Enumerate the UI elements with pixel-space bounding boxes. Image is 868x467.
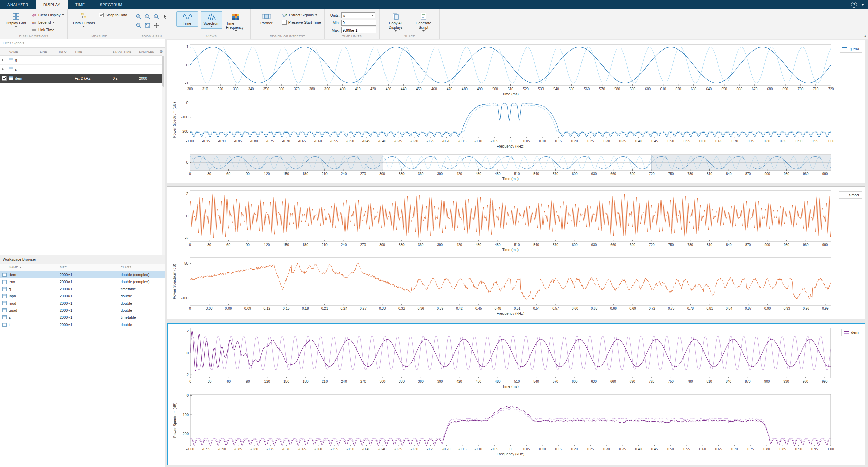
max-time-input[interactable] — [341, 27, 376, 33]
zoom-in-button[interactable] — [135, 13, 143, 21]
display2-spectrum-plot[interactable]: 00.030.060.090.120.150.180.210.240.270.3… — [167, 255, 865, 318]
p1_time-chart: 3003103203303403503603703803904004104204… — [167, 42, 865, 99]
svg-text:710: 710 — [813, 87, 819, 91]
data-cursors-button[interactable]: Data Cursors — [71, 11, 96, 27]
ribbon: Display Grid Clear Display Legend Link T… — [0, 9, 868, 39]
svg-text:2: 2 — [186, 329, 189, 333]
fit-to-view-button[interactable] — [143, 21, 152, 30]
panner-button[interactable]: Panner — [254, 11, 279, 25]
link-time-button[interactable]: Link Time — [31, 27, 64, 33]
svg-text:960: 960 — [803, 380, 808, 383]
col-start-time[interactable]: START TIME — [113, 50, 139, 53]
workspace-row-quad[interactable]: quad2000×1double — [0, 307, 165, 314]
filter-signals-input[interactable]: Filter Signals — [0, 39, 165, 48]
svg-text:450: 450 — [476, 172, 481, 176]
zoom-out-button[interactable] — [135, 21, 143, 30]
clear-display-button[interactable]: Clear Display — [31, 12, 64, 18]
expander-icon[interactable] — [2, 68, 4, 71]
generate-script-button[interactable]: Generate Script — [411, 11, 436, 32]
display3-time-plot[interactable]: 0306090120150180210240270300330360390420… — [168, 325, 865, 391]
min-time-input[interactable] — [341, 20, 376, 26]
col-name[interactable]: NAME — [9, 50, 40, 53]
svg-text:610: 610 — [660, 87, 666, 91]
svg-text:0.63: 0.63 — [591, 307, 598, 310]
view-time-button[interactable]: Time — [176, 11, 198, 27]
svg-text:120: 120 — [264, 380, 270, 383]
view-time-frequency-button[interactable]: Time-Frequency — [225, 11, 247, 33]
svg-text:-0.40: -0.40 — [378, 447, 386, 451]
zoom-y-button[interactable]: y — [152, 13, 160, 21]
collapse-ribbon-button[interactable]: ▴ — [864, 34, 866, 37]
signal-row-g[interactable]: g — [0, 56, 165, 65]
legend-button[interactable]: Legend — [31, 19, 64, 25]
display3-legend[interactable]: dem — [841, 329, 862, 336]
tab-spectrum[interactable]: SPECTRUM — [93, 0, 130, 9]
svg-text:150: 150 — [283, 172, 289, 176]
workspace-row-dem[interactable]: dem2000×1double (complex) — [0, 271, 165, 278]
time-limits-section-label: TIME LIMITS — [325, 35, 379, 38]
svg-text:x: x — [146, 15, 147, 17]
variable-icon — [2, 308, 7, 312]
pointer-button[interactable] — [161, 13, 169, 21]
ws-col-class[interactable]: CLASS — [121, 266, 165, 269]
workspace-row-t[interactable]: t2000×1double — [0, 321, 165, 328]
col-info[interactable]: INFO — [59, 50, 75, 53]
svg-text:330: 330 — [233, 87, 239, 91]
col-time[interactable]: TIME — [75, 50, 113, 53]
signal-row-dem[interactable]: demFs: 2 kHz0 s2000 — [0, 74, 165, 83]
table-settings-gear-icon[interactable]: ⚙ — [158, 49, 165, 54]
display-1[interactable]: 3003103203303403503603703803904004104204… — [167, 40, 865, 183]
display-grid-button[interactable]: Display Grid — [3, 11, 28, 27]
svg-text:-0.65: -0.65 — [298, 139, 306, 143]
preserve-start-time-checkbox[interactable]: Preserve Start Time — [282, 19, 321, 25]
display1-panner[interactable]: 0306090120150180210240270300330360390420… — [167, 153, 865, 181]
signal-row-s[interactable]: s — [0, 65, 165, 74]
signal-table-scrollbar[interactable] — [162, 55, 165, 255]
tab-time[interactable]: TIME — [68, 0, 93, 9]
col-line[interactable]: LINE — [40, 50, 59, 53]
data-cursors-caret-icon — [83, 26, 85, 27]
signal-checkbox[interactable] — [2, 76, 7, 81]
view-spectrum-button[interactable]: Spectrum — [201, 11, 222, 29]
tab-analyzer[interactable]: ANALYZER — [0, 0, 36, 9]
pan-button[interactable] — [152, 21, 160, 30]
extract-signals-button[interactable]: Extract Signals — [282, 12, 321, 18]
display3-spectrum-plot[interactable]: -1.00-0.95-0.90-0.85-0.80-0.75-0.70-0.65… — [168, 392, 865, 459]
workspace-row-env[interactable]: env2000×1double (complex) — [0, 278, 165, 285]
display2-legend[interactable]: s.mod — [839, 191, 862, 199]
display1-spectrum-plot[interactable]: -1.00-0.95-0.90-0.85-0.80-0.75-0.70-0.65… — [167, 99, 865, 151]
chevron-down-icon[interactable] — [861, 4, 864, 6]
variable-name: dem — [9, 273, 60, 277]
workspace-row-s[interactable]: s2000×1timetable — [0, 314, 165, 321]
units-select[interactable]: s — [341, 12, 375, 18]
svg-text:210: 210 — [322, 172, 328, 176]
expander-icon[interactable] — [2, 59, 4, 61]
svg-text:-200: -200 — [182, 432, 189, 436]
ws-col-name[interactable]: NAME — [9, 266, 60, 269]
col-samples[interactable]: SAMPLES — [139, 50, 158, 53]
tab-display[interactable]: DISPLAY — [36, 0, 68, 9]
help-icon[interactable]: ? — [851, 2, 857, 8]
svg-text:580: 580 — [614, 87, 620, 91]
zoom-x-button[interactable]: x — [143, 13, 152, 21]
display1-time-plot[interactable]: 3003103203303403503603703803904004104204… — [167, 42, 865, 99]
svg-text:0.20: 0.20 — [571, 447, 578, 451]
display1-legend[interactable]: g.env — [840, 45, 862, 53]
display-2[interactable]: 0306090120150180210240270300330360390420… — [167, 186, 865, 319]
workspace-row-g[interactable]: g2000×1timetable — [0, 285, 165, 292]
display2-time-plot[interactable]: 0306090120150180210240270300330360390420… — [167, 188, 865, 254]
ws-col-size[interactable]: SIZE — [60, 266, 121, 269]
snap-to-data-checkbox[interactable]: Snap to Data — [99, 12, 127, 18]
snap-to-data-checkbox-box[interactable] — [99, 13, 104, 17]
display-3-selected[interactable]: 0306090120150180210240270300330360390420… — [167, 323, 865, 465]
workspace-row-mod[interactable]: mod2000×1double — [0, 299, 165, 307]
workspace-row-inph[interactable]: inph2000×1double — [0, 292, 165, 299]
svg-text:-0.40: -0.40 — [378, 139, 386, 143]
section-display-options: Display Grid Clear Display Legend Link T… — [0, 9, 68, 39]
svg-text:360: 360 — [418, 172, 424, 176]
svg-text:0.80: 0.80 — [763, 447, 770, 451]
preserve-start-time-checkbox-box[interactable] — [282, 20, 287, 25]
copy-all-displays-button[interactable]: Copy All Displays — [383, 11, 408, 32]
legend-swatches — [844, 331, 849, 334]
scrollbar-thumb[interactable] — [162, 56, 164, 87]
